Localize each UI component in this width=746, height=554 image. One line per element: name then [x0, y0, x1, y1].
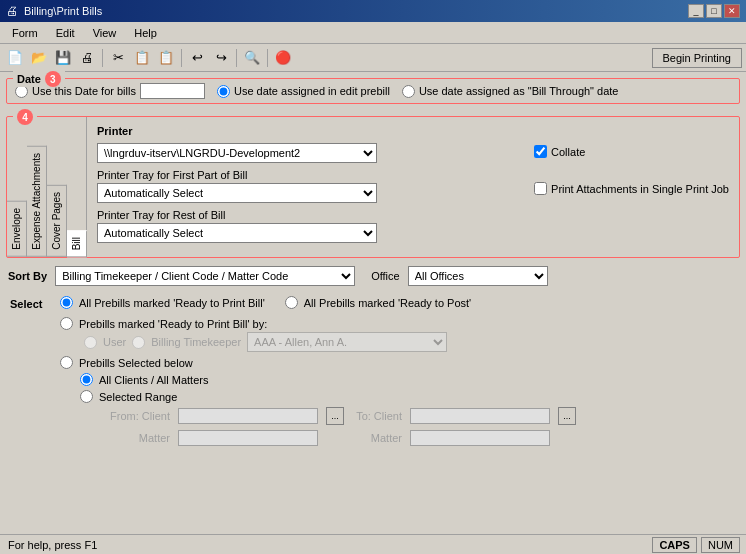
rest-label: Printer Tray for Rest of Bill — [97, 209, 514, 221]
stop-button[interactable]: 🔴 — [272, 47, 294, 69]
window-controls: _ □ ✕ — [688, 4, 740, 18]
matter-label1: Matter — [102, 432, 170, 444]
sortby-select[interactable]: Billing Timekeeper / Client Code / Matte… — [55, 266, 355, 286]
from-client-browse[interactable]: ... — [326, 407, 344, 425]
date-radio3-group: Use date assigned as "Bill Through" date — [402, 85, 619, 98]
select-radio1-label: All Prebills marked 'Ready to Print Bill… — [79, 297, 265, 309]
sub-dropdown[interactable]: AAA - Allen, Ann A. — [247, 332, 447, 352]
select-radio3[interactable] — [60, 317, 73, 330]
printer-left-column: \\lngrduv-itserv\LNGRDU-Development2 Pri… — [97, 143, 514, 249]
select-radio2[interactable] — [285, 296, 298, 309]
date-radio2-group: Use date assigned in edit prebill — [217, 85, 390, 98]
separator4 — [267, 49, 268, 67]
selected-range-radio[interactable] — [80, 390, 93, 403]
user-radio-label: User — [103, 336, 126, 348]
select-label: Select — [10, 296, 60, 310]
title-bar: 🖨 Billing\Print Bills _ □ ✕ — [0, 0, 746, 22]
sortby-section: Sort By Billing Timekeeper / Client Code… — [6, 262, 740, 290]
redo-button[interactable]: ↪ — [210, 47, 232, 69]
select-options: All Prebills marked 'Ready to Print Bill… — [60, 296, 736, 447]
date-radio2[interactable] — [217, 85, 230, 98]
selected-range-radio-group: Selected Range — [80, 390, 736, 403]
open-button[interactable]: 📂 — [28, 47, 50, 69]
matter-row: Matter ... Matter ... — [80, 429, 736, 447]
print-button[interactable]: 🖨 — [76, 47, 98, 69]
undo-button[interactable]: ↩ — [186, 47, 208, 69]
bill-tab[interactable]: Bill — [67, 230, 87, 257]
date-input[interactable]: / / — [140, 83, 205, 99]
select-radio4-group: Prebills Selected below — [60, 356, 736, 369]
date-radio3-label: Use date assigned as "Bill Through" date — [419, 85, 619, 97]
billing-timekeeper-radio-label: Billing Timekeeper — [151, 336, 241, 348]
clients-section: All Clients / All Matters Selected Range… — [60, 373, 736, 447]
office-select[interactable]: All Offices — [408, 266, 548, 286]
printer-circle: 4 — [17, 109, 33, 125]
search-button[interactable]: 🔍 — [241, 47, 263, 69]
select-radio3-group: Prebills marked 'Ready to Print Bill' by… — [60, 317, 736, 330]
to-client-input[interactable] — [410, 408, 550, 424]
to-client-label: To: Client — [352, 410, 402, 422]
rest-row: Printer Tray for Rest of Bill Automatica… — [97, 209, 514, 243]
begin-printing-button[interactable]: Begin Printing — [652, 48, 743, 68]
select-radio4-label: Prebills Selected below — [79, 357, 193, 369]
user-radio[interactable] — [84, 336, 97, 349]
select-radio1-group: All Prebills marked 'Ready to Print Bill… — [60, 296, 265, 309]
selected-range-label: Selected Range — [99, 391, 177, 403]
to-client-browse[interactable]: ... — [558, 407, 576, 425]
toolbar: 📄 📂 💾 🖨 ✂ 📋 📋 ↩ ↪ 🔍 🔴 Begin Printing — [0, 44, 746, 72]
date-radio3[interactable] — [402, 85, 415, 98]
select-radio2-label: All Prebills marked 'Ready to Post' — [304, 297, 471, 309]
restore-button[interactable]: □ — [706, 4, 722, 18]
minimize-button[interactable]: _ — [688, 4, 704, 18]
expense-attachments-tab[interactable]: Expense Attachments — [27, 146, 47, 257]
menu-view[interactable]: View — [85, 25, 125, 41]
printer-section-label: 4 — [13, 109, 37, 125]
print-attach-checkbox[interactable] — [534, 182, 547, 195]
printer-panel-title: Printer — [97, 125, 729, 137]
separator3 — [236, 49, 237, 67]
first-part-select[interactable]: Automatically Select — [97, 183, 377, 203]
select-radio4[interactable] — [60, 356, 73, 369]
rest-select[interactable]: Automatically Select — [97, 223, 377, 243]
select-section: Select All Prebills marked 'Ready to Pri… — [6, 294, 740, 449]
select-row1: All Prebills marked 'Ready to Print Bill… — [60, 296, 736, 313]
from-client-input[interactable] — [178, 408, 318, 424]
cover-pages-tab[interactable]: Cover Pages — [47, 185, 67, 257]
menu-help[interactable]: Help — [126, 25, 165, 41]
select-radio3-label: Prebills marked 'Ready to Print Bill' by… — [79, 318, 267, 330]
separator1 — [102, 49, 103, 67]
printer-select[interactable]: \\lngrduv-itserv\LNGRDU-Development2 — [97, 143, 377, 163]
close-button[interactable]: ✕ — [724, 4, 740, 18]
cut-button[interactable]: ✂ — [107, 47, 129, 69]
collate-row: Collate — [534, 145, 729, 158]
status-bar: For help, press F1 CAPS NUM — [0, 534, 746, 554]
select-radio1[interactable] — [60, 296, 73, 309]
all-clients-radio-group: All Clients / All Matters — [80, 373, 736, 386]
select-radio2-group: All Prebills marked 'Ready to Post' — [285, 296, 471, 309]
from-to-client-row: From: Client ... To: Client ... — [80, 407, 736, 425]
paste-button[interactable]: 📋 — [155, 47, 177, 69]
collate-checkbox[interactable] — [534, 145, 547, 158]
to-matter-input[interactable] — [410, 430, 550, 446]
new-button[interactable]: 📄 — [4, 47, 26, 69]
select-sub-radio-group: User Billing Timekeeper AAA - Allen, Ann… — [60, 332, 736, 352]
collate-label: Collate — [551, 146, 585, 158]
billing-timekeeper-radio[interactable] — [132, 336, 145, 349]
menu-edit[interactable]: Edit — [48, 25, 83, 41]
sortby-label: Sort By — [8, 270, 47, 282]
menu-form[interactable]: Form — [4, 25, 46, 41]
caps-indicator: CAPS — [652, 537, 697, 553]
all-clients-radio[interactable] — [80, 373, 93, 386]
first-part-row: Printer Tray for First Part of Bill Auto… — [97, 169, 514, 203]
date-section: Date 3 Use this Date for bills / / Use d… — [6, 78, 740, 104]
date-label-text: Date — [17, 73, 41, 85]
copy-button[interactable]: 📋 — [131, 47, 153, 69]
status-indicators: CAPS NUM — [652, 537, 742, 553]
printer-section: 4 Envelope Expense Attachments Cover Pag… — [6, 116, 740, 258]
from-matter-input[interactable] — [178, 430, 318, 446]
title-text: Billing\Print Bills — [24, 5, 102, 17]
print-attach-label: Print Attachments in Single Print Job — [551, 183, 729, 195]
vertical-tabs: Envelope Expense Attachments Cover Pages… — [7, 117, 86, 257]
save-button[interactable]: 💾 — [52, 47, 74, 69]
envelope-tab[interactable]: Envelope — [7, 201, 27, 257]
